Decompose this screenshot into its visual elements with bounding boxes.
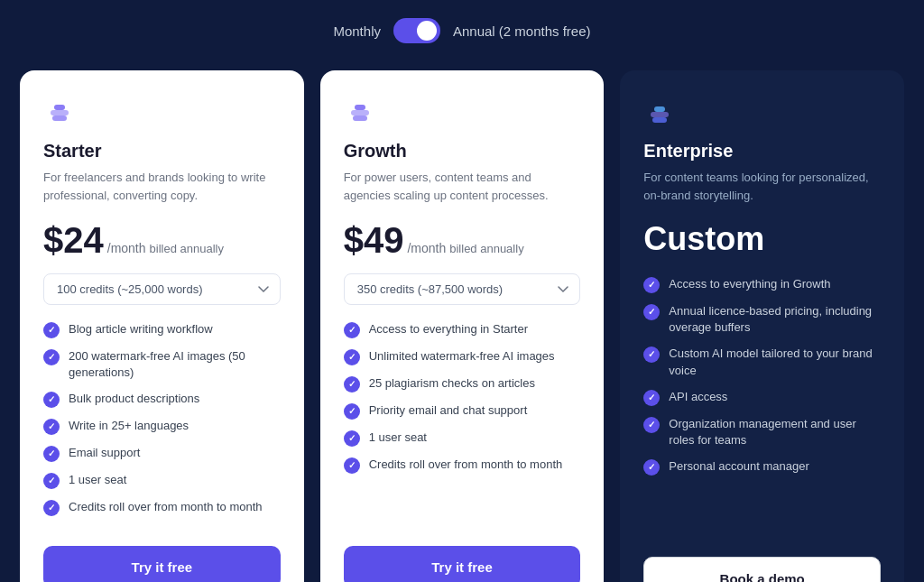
feature-text: Email support [69, 445, 140, 461]
starter-title: Starter [43, 141, 281, 162]
list-item: Organization management and user roles f… [643, 416, 881, 448]
svg-rect-4 [353, 115, 367, 121]
check-icon [643, 390, 660, 406]
feature-text: Access to everything in Starter [369, 321, 528, 337]
growth-cta-button[interactable]: Try it free [344, 546, 581, 582]
enterprise-card: Enterprise For content teams looking for… [620, 70, 904, 582]
check-icon [43, 500, 60, 516]
growth-icon [344, 96, 376, 128]
list-item: Blog article writing workflow [43, 321, 281, 338]
list-item: Email support [43, 445, 281, 462]
billing-toggle-bar: Monthly Annual (2 months free) [333, 18, 590, 43]
svg-rect-3 [351, 110, 369, 115]
starter-description: For freelancers and brands looking to wr… [43, 169, 281, 204]
growth-billing: billed annually [449, 242, 523, 255]
monthly-label: Monthly [333, 23, 381, 39]
check-icon [643, 417, 660, 433]
check-icon [43, 322, 60, 338]
feature-text: 1 user seat [369, 430, 427, 446]
check-icon [43, 392, 60, 408]
list-item: Personal account manager [643, 458, 881, 476]
starter-card: Starter For freelancers and brands looki… [20, 70, 304, 582]
svg-rect-0 [51, 110, 69, 115]
list-item: 200 watermark-free AI images (50 generat… [43, 348, 281, 381]
list-item: 1 user seat [344, 430, 581, 447]
list-item: 25 plagiarism checks on articles [344, 375, 581, 393]
check-icon [344, 430, 360, 447]
check-icon [643, 459, 660, 476]
growth-price-row: $49 /month billed annually [344, 220, 581, 270]
check-icon [344, 457, 360, 474]
feature-text: Credits roll over from month to month [69, 499, 263, 515]
feature-text: Personal account manager [669, 458, 808, 475]
check-icon [344, 376, 360, 393]
check-icon [43, 473, 60, 489]
feature-text: Organization management and user roles f… [669, 416, 881, 448]
svg-rect-6 [651, 112, 669, 117]
starter-credits-select[interactable]: 100 credits (~25,000 words) [43, 273, 281, 305]
check-icon [344, 322, 360, 338]
enterprise-price: Custom [643, 220, 881, 258]
list-item: Write in 25+ languages [43, 418, 281, 435]
growth-title: Growth [344, 141, 581, 162]
feature-text: Priority email and chat support [369, 402, 528, 419]
pricing-cards: Starter For freelancers and brands looki… [20, 70, 904, 582]
svg-rect-7 [652, 117, 667, 123]
annual-label: Annual (2 months free) [453, 23, 591, 39]
starter-billing: billed annually [150, 242, 224, 255]
enterprise-icon [643, 96, 676, 128]
list-item: Credits roll over from month to month [43, 499, 281, 516]
svg-rect-5 [355, 105, 365, 110]
check-icon [43, 349, 60, 365]
svg-rect-2 [54, 105, 65, 110]
list-item: Annual licence-based pricing, including … [643, 303, 881, 336]
growth-description: For power users, content teams and agenc… [344, 169, 581, 204]
starter-price-row: $24 /month billed annually [43, 220, 281, 270]
list-item: Access to everything in Growth [643, 276, 881, 293]
check-icon [643, 346, 660, 363]
list-item: Custom AI model tailored to your brand v… [643, 346, 881, 378]
starter-cta-button[interactable]: Try it free [43, 546, 281, 582]
list-item: Unlimited watermark-free AI images [344, 348, 581, 365]
svg-rect-1 [52, 115, 67, 121]
feature-text: Write in 25+ languages [69, 418, 189, 434]
enterprise-description: For content teams looking for personaliz… [643, 169, 881, 204]
check-icon [43, 446, 60, 462]
enterprise-title: Enterprise [643, 141, 881, 162]
feature-text: Credits roll over from month to month [369, 457, 563, 473]
starter-period: /month [107, 241, 146, 255]
feature-text: Unlimited watermark-free AI images [369, 348, 555, 365]
list-item: Priority email and chat support [344, 402, 581, 420]
check-icon [344, 349, 360, 365]
growth-period: /month [407, 241, 446, 255]
list-item: Access to everything in Starter [344, 321, 581, 338]
growth-credits-select[interactable]: 350 credits (~87,500 words) [344, 273, 581, 305]
feature-text: Custom AI model tailored to your brand v… [669, 346, 881, 378]
list-item: 1 user seat [43, 472, 281, 489]
starter-icon [43, 96, 76, 128]
feature-text: Annual licence-based pricing, including … [669, 303, 881, 336]
feature-text: Blog article writing workflow [69, 321, 213, 337]
billing-toggle[interactable] [393, 18, 440, 43]
starter-features: Blog article writing workflow200 waterma… [43, 321, 281, 526]
growth-features: Access to everything in StarterUnlimited… [344, 321, 581, 526]
feature-text: 1 user seat [69, 472, 126, 488]
starter-price: $24 [43, 220, 104, 261]
check-icon [643, 304, 660, 320]
feature-text: 25 plagiarism checks on articles [369, 375, 535, 392]
list-item: API access [643, 389, 881, 406]
enterprise-cta-button[interactable]: Book a demo [643, 557, 881, 582]
check-icon [344, 403, 360, 420]
growth-price: $49 [344, 220, 404, 261]
feature-text: 200 watermark-free AI images (50 generat… [69, 348, 281, 381]
enterprise-features: Access to everything in GrowthAnnual lic… [643, 276, 881, 537]
feature-text: Access to everything in Growth [669, 276, 830, 292]
growth-card: Growth For power users, content teams an… [320, 70, 605, 582]
list-item: Bulk product descriptions [43, 391, 281, 408]
check-icon [43, 419, 60, 435]
check-icon [643, 277, 660, 293]
svg-rect-8 [654, 106, 665, 112]
feature-text: API access [669, 389, 727, 405]
list-item: Credits roll over from month to month [344, 457, 581, 474]
feature-text: Bulk product descriptions [69, 391, 199, 407]
